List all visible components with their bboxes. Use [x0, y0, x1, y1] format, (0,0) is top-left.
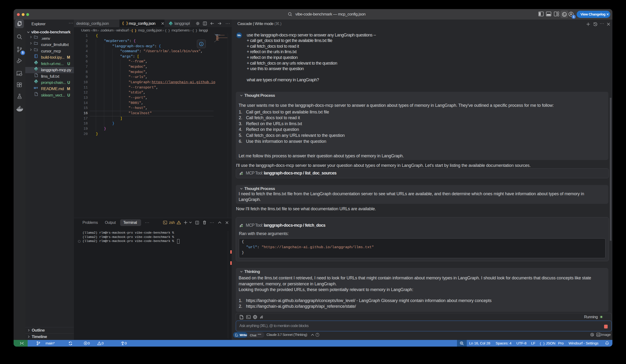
svg-text:M: M	[34, 86, 36, 89]
svg-text:?: ?	[317, 333, 318, 336]
